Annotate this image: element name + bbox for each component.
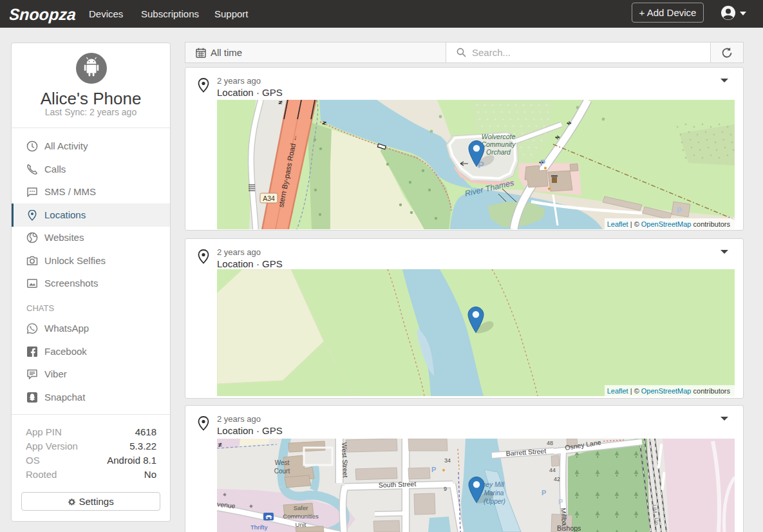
svg-text:Safer: Safer — [294, 504, 308, 511]
svg-text:P: P — [558, 498, 563, 506]
svg-text:Leaflet | © OpenStreetMap cont: Leaflet | © OpenStreetMap contributors — [607, 220, 731, 228]
svg-text:Millba: Millba — [560, 508, 569, 526]
svg-text:≠: ≠ — [218, 441, 222, 448]
svg-text:Leaflet | © OpenStreetMap cont: Leaflet | © OpenStreetMap contributors — [607, 387, 731, 395]
svg-text:ney Mill: ney Mill — [482, 481, 505, 488]
svg-text:34: 34 — [444, 457, 451, 464]
svg-text:44: 44 — [549, 467, 556, 473]
svg-text:Orchard: Orchard — [486, 148, 511, 156]
svg-text:48: 48 — [547, 440, 553, 446]
svg-text:Snoopza: Snoopza — [10, 5, 77, 23]
svg-text:P: P — [677, 206, 682, 215]
svg-text:Communities: Communities — [283, 513, 319, 520]
svg-text:9: 9 — [444, 486, 447, 492]
svg-text:Community: Community — [481, 140, 516, 148]
svg-text:P: P — [431, 466, 436, 473]
svg-text:South Street: South Street — [379, 480, 417, 489]
svg-text:Court: Court — [274, 468, 290, 475]
svg-text:West Street: West Street — [341, 442, 350, 478]
svg-text:Unit: Unit — [296, 521, 306, 528]
svg-text:P: P — [542, 489, 546, 497]
svg-text:Wolvercote: Wolvercote — [482, 133, 516, 140]
svg-text:West: West — [275, 459, 290, 466]
svg-text:P: P — [540, 158, 545, 167]
svg-text:42: 42 — [554, 476, 560, 482]
svg-text:Bishops: Bishops — [557, 524, 581, 532]
svg-text:Thrifty: Thrifty — [250, 524, 268, 531]
svg-text:A34: A34 — [263, 195, 275, 202]
